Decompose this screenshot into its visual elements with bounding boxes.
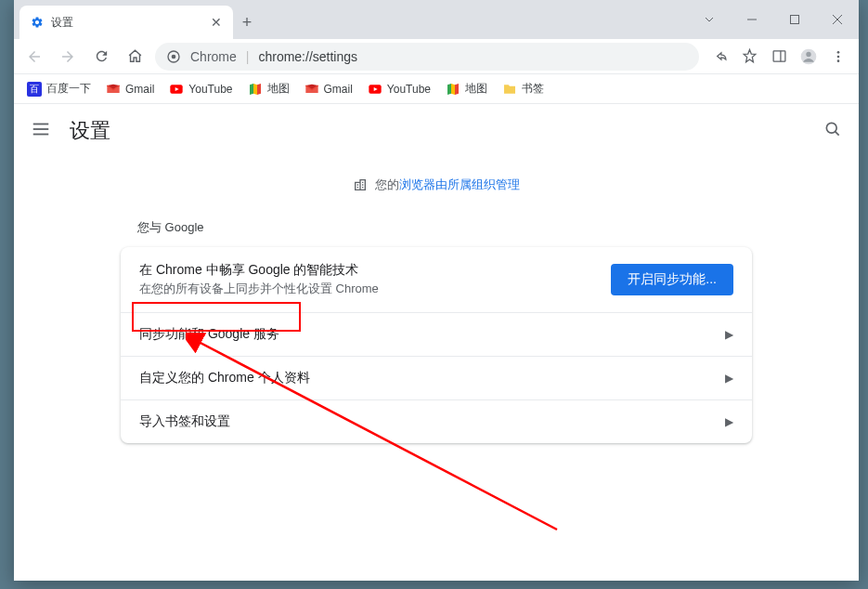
bookmark-item[interactable]: 地图 [242,76,295,102]
youtube-icon [169,82,184,97]
bookmark-label: Gmail [125,83,154,96]
enable-sync-button[interactable]: 开启同步功能... [611,264,733,295]
svg-rect-6 [773,51,785,61]
row-label: 自定义您的 Chrome 个人资料 [139,370,310,386]
managed-prefix: 您的 [375,177,399,191]
bookmark-label: 地图 [465,81,487,97]
managed-notice: 您的浏览器由所属组织管理 [14,177,859,193]
sync-subtitle: 在您的所有设备上同步并个性化设置 Chrome [139,281,379,297]
chevron-right-icon: ▶ [725,415,733,428]
address-prefix: Chrome [190,49,237,64]
bookmark-item[interactable]: Gmail [299,76,358,102]
row-sync-services[interactable]: 同步功能和 Google 服务 ▶ [121,312,752,356]
bookmark-label: YouTube [188,83,232,96]
bookmark-star-icon[interactable] [736,44,762,70]
browser-tab[interactable]: 设置 ✕ [19,6,233,39]
side-panel-icon[interactable] [766,44,792,70]
bookmark-item[interactable]: YouTube [163,76,238,102]
bookmark-item[interactable]: Gmail [100,76,160,102]
browser-window: 设置 ✕ + Chrome | chrome://settings [14,0,859,581]
reload-button[interactable] [88,44,114,70]
svg-point-12 [837,59,840,62]
back-button[interactable] [21,44,47,70]
bookmark-item[interactable]: 百百度一下 [21,76,97,102]
svg-point-18 [826,123,836,133]
home-button[interactable] [122,44,148,70]
page-title: 设置 [70,117,110,145]
hamburger-icon[interactable] [31,119,53,143]
bookmark-label: 地图 [267,81,290,97]
row-label: 导入书签和设置 [139,413,230,430]
row-label: 同步功能和 Google 服务 [139,326,279,343]
svg-point-5 [172,54,176,59]
window-controls [688,0,859,39]
gmail-icon [106,82,121,97]
menu-icon[interactable] [825,44,851,70]
folder-icon [502,82,517,97]
chrome-icon [166,49,181,64]
omnibox[interactable]: Chrome | chrome://settings [155,43,699,71]
chevron-right-icon: ▶ [725,328,733,341]
bookmark-label: 书签 [522,81,544,97]
maps-icon [446,82,460,97]
close-window-button[interactable] [816,0,859,39]
section-label: 您与 Google [121,219,752,236]
svg-point-11 [837,55,840,58]
gmail-icon [304,82,319,97]
row-customize-profile[interactable]: 自定义您的 Chrome 个人资料 ▶ [121,356,752,399]
svg-point-9 [806,51,810,56]
minimize-button[interactable] [731,0,773,39]
bookmark-label: Gmail [324,83,353,96]
sync-title: 在 Chrome 中畅享 Google 的智能技术 [139,262,379,279]
titlebar: 设置 ✕ + [14,0,859,39]
tab-title: 设置 [51,15,73,31]
chevron-down-icon[interactable] [688,0,731,39]
sync-card: 在 Chrome 中畅享 Google 的智能技术 在您的所有设备上同步并个性化… [121,247,752,443]
share-icon[interactable] [706,44,732,70]
bookmark-label: 百度一下 [46,81,91,97]
baidu-icon: 百 [27,82,42,97]
bookmarks-bar: 百百度一下GmailYouTube地图GmailYouTube地图书签 [14,74,859,104]
forward-button[interactable] [55,44,81,70]
svg-line-19 [836,131,839,135]
maximize-button[interactable] [773,0,816,39]
close-tab-icon[interactable]: ✕ [211,15,222,30]
bookmark-label: YouTube [387,83,431,96]
row-import-bookmarks[interactable]: 导入书签和设置 ▶ [121,399,752,443]
svg-point-10 [837,51,840,54]
bookmark-item[interactable]: 书签 [497,76,550,102]
building-icon [353,177,368,192]
bookmark-item[interactable]: 地图 [440,76,493,102]
search-icon[interactable] [823,120,842,142]
new-tab-button[interactable]: + [233,6,261,39]
chevron-right-icon: ▶ [725,372,733,385]
youtube-icon [368,82,382,97]
address-url: chrome://settings [258,49,357,64]
maps-icon [248,82,263,97]
address-bar: Chrome | chrome://settings [14,39,859,74]
managed-link[interactable]: 浏览器由所属组织管理 [399,177,520,191]
settings-page: 设置 您的浏览器由所属组织管理 您与 Google 在 Chrome 中畅享 G… [14,104,859,581]
bookmark-item[interactable]: YouTube [362,76,436,102]
profile-icon[interactable] [796,44,822,70]
gear-icon [31,16,44,29]
svg-rect-1 [791,16,799,24]
